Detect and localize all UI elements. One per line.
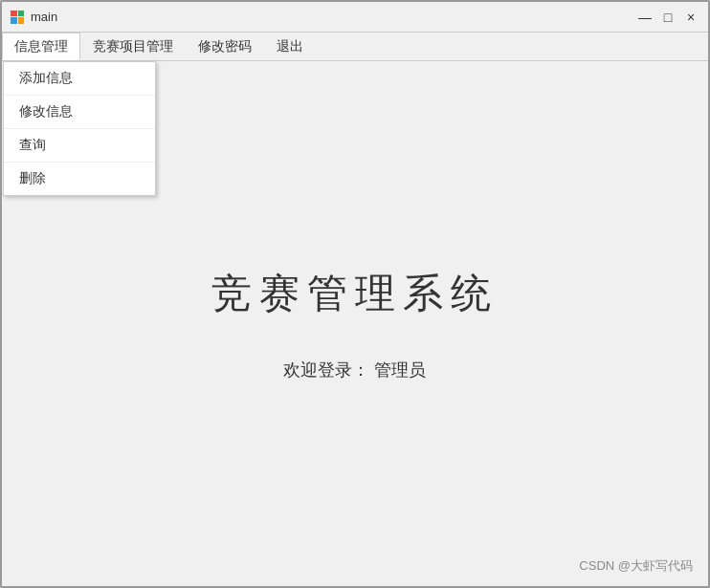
main-title: 竞赛管理系统 bbox=[211, 267, 499, 320]
menu-item-change-password[interactable]: 修改密码 bbox=[186, 33, 264, 60]
minimize-button[interactable]: — bbox=[635, 8, 655, 27]
menu-item-logout[interactable]: 退出 bbox=[264, 33, 316, 60]
watermark: CSDN @大虾写代码 bbox=[579, 557, 693, 575]
dropdown-item-delete-info[interactable]: 删除 bbox=[4, 163, 155, 195]
window-controls: — □ × bbox=[635, 8, 700, 27]
maximize-button[interactable]: □ bbox=[658, 8, 677, 27]
welcome-text: 欢迎登录： 管理员 bbox=[283, 359, 426, 381]
dropdown-item-modify-info[interactable]: 修改信息 bbox=[4, 96, 155, 129]
app-icon bbox=[10, 10, 25, 25]
menu-bar: 信息管理 添加信息 修改信息 查询 删除 竞赛项目管理 修改密码 bbox=[2, 33, 708, 61]
main-window: main — □ × 信息管理 添加信息 修改信息 查询 删除 bbox=[0, 0, 710, 588]
menu-item-competition-mgmt[interactable]: 竞赛项目管理 bbox=[80, 33, 186, 60]
title-bar: main — □ × bbox=[2, 2, 708, 33]
menu-item-info-mgmt[interactable]: 信息管理 添加信息 修改信息 查询 删除 bbox=[2, 33, 80, 60]
dropdown-menu-info: 添加信息 修改信息 查询 删除 bbox=[3, 61, 156, 196]
window-title: main bbox=[31, 10, 635, 24]
dropdown-item-add-info[interactable]: 添加信息 bbox=[4, 62, 155, 96]
close-button[interactable]: × bbox=[681, 8, 700, 27]
dropdown-item-query-info[interactable]: 查询 bbox=[4, 129, 155, 163]
